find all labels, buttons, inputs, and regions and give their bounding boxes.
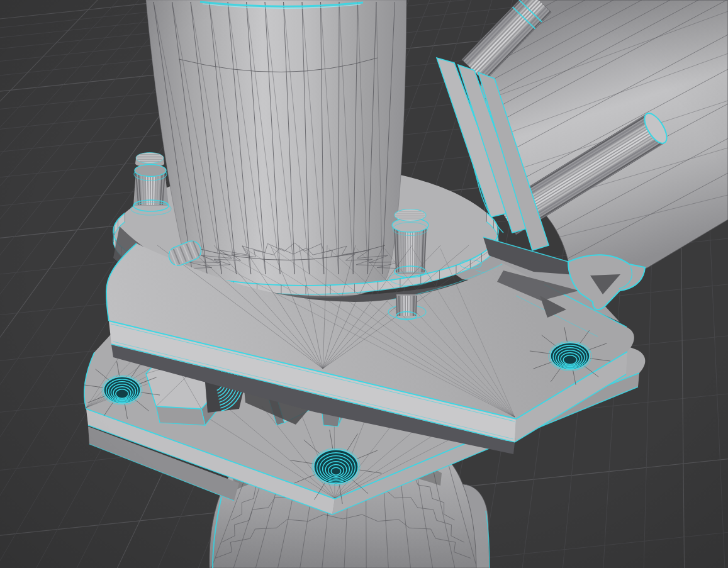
knurl-line [401,296,402,316]
hex-boss-side-front[interactable] [156,406,205,425]
knurl-line [416,296,417,316]
knurl-line [404,228,405,272]
knurl-line [412,296,412,316]
knurl-line [406,228,407,272]
knurl-line [415,228,416,272]
knurl-line [396,296,397,316]
bolt-collar[interactable] [135,165,166,177]
viewport-3d [0,0,728,568]
